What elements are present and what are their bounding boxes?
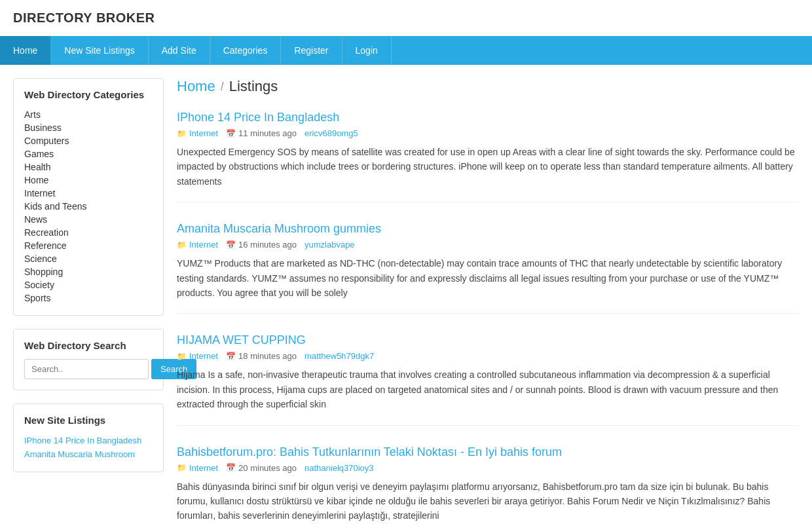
- category-sports[interactable]: Sports: [24, 291, 153, 305]
- page-heading: Home / Listings: [177, 78, 799, 95]
- listing-title-link[interactable]: Bahisbetforum.pro: Bahis Tutkunlarının T…: [177, 445, 562, 458]
- breadcrumb-home[interactable]: Home: [177, 78, 215, 95]
- listing-meta: 📁 Internet 📅 16 minutes ago yumzlabvape: [177, 240, 799, 250]
- calendar-icon: 📅: [226, 352, 236, 361]
- list-item: Computers: [24, 134, 153, 147]
- list-item: Business: [24, 121, 153, 134]
- calendar-icon: 📅: [226, 463, 236, 472]
- listing-author-link[interactable]: yumzlabvape: [304, 240, 355, 250]
- listing-time: 20 minutes ago: [238, 463, 297, 473]
- listing-author-link[interactable]: ericv689omg5: [304, 128, 358, 138]
- listing-category-link[interactable]: Internet: [189, 351, 218, 361]
- nav-categories[interactable]: Categories: [210, 36, 282, 65]
- listing-title: HIJAMA WET CUPPING: [177, 333, 799, 347]
- category-business[interactable]: Business: [24, 121, 153, 134]
- search-input[interactable]: [24, 359, 149, 379]
- listing-time: 11 minutes ago: [238, 128, 297, 138]
- list-item: IPhone 14 Price In Bangladesh: [24, 434, 153, 447]
- folder-icon: 📁: [177, 240, 187, 250]
- search-box: Web Directory Search Search: [13, 329, 164, 390]
- listing-author-item: ericv689omg5: [304, 128, 358, 138]
- category-science[interactable]: Science: [24, 252, 153, 265]
- list-item: Shopping: [24, 265, 153, 278]
- new-listing-0[interactable]: IPhone 14 Price In Bangladesh: [24, 434, 153, 447]
- nav-new-site-listings[interactable]: New Site Listings: [51, 36, 148, 65]
- main-nav: Home New Site Listings Add Site Categori…: [0, 36, 812, 65]
- listing-category-item: 📁 Internet: [177, 240, 218, 250]
- listing-title: Amanita Muscaria Mushroom gummies: [177, 222, 799, 236]
- page-wrapper: Web Directory Categories Arts Business C…: [0, 65, 812, 524]
- listing-author-item: nathanielq370ioy3: [304, 463, 374, 473]
- list-item: Health: [24, 160, 153, 174]
- list-item: Kids and Teens: [24, 200, 153, 213]
- category-news[interactable]: News: [24, 213, 153, 226]
- listing-category-link[interactable]: Internet: [189, 463, 218, 473]
- listing-card: IPhone 14 Price In Bangladesh 📁 Internet…: [177, 111, 799, 202]
- listing-category-item: 📁 Internet: [177, 128, 218, 138]
- search-form: Search: [24, 359, 153, 379]
- listing-title: IPhone 14 Price In Bangladesh: [177, 111, 799, 124]
- listing-card: HIJAMA WET CUPPING 📁 Internet 📅 18 minut…: [177, 333, 799, 425]
- category-recreation[interactable]: Recreation: [24, 226, 153, 239]
- new-listing-1[interactable]: Amanita Muscaria Mushroom: [24, 447, 153, 461]
- breadcrumb-current: Listings: [229, 78, 278, 95]
- listing-meta: 📁 Internet 📅 20 minutes ago nathanielq37…: [177, 463, 799, 473]
- folder-icon: 📁: [177, 129, 187, 138]
- category-shopping[interactable]: Shopping: [24, 265, 153, 278]
- nav-register[interactable]: Register: [281, 36, 342, 65]
- listing-time-item: 📅 16 minutes ago: [226, 240, 297, 250]
- listing-meta: 📁 Internet 📅 18 minutes ago matthew5h79d…: [177, 351, 799, 361]
- site-header: DIRECTORY BROKER: [0, 0, 812, 36]
- list-item: Reference: [24, 239, 153, 252]
- list-item: Recreation: [24, 226, 153, 239]
- listing-author-link[interactable]: nathanielq370ioy3: [304, 463, 374, 473]
- listing-category-link[interactable]: Internet: [189, 128, 218, 138]
- new-listings-title: New Site Listings: [24, 415, 153, 426]
- nav-home[interactable]: Home: [0, 36, 51, 65]
- listing-title: Bahisbetforum.pro: Bahis Tutkunlarının T…: [177, 445, 799, 459]
- listing-time: 16 minutes ago: [238, 240, 297, 250]
- list-item: News: [24, 213, 153, 226]
- listing-time: 18 minutes ago: [238, 351, 297, 361]
- main-content: Home / Listings IPhone 14 Price In Bangl…: [177, 78, 799, 524]
- category-computers[interactable]: Computers: [24, 134, 153, 147]
- listing-title-link[interactable]: IPhone 14 Price In Bangladesh: [177, 111, 339, 124]
- calendar-icon: 📅: [226, 129, 236, 138]
- new-listings-box: New Site Listings IPhone 14 Price In Ban…: [13, 403, 164, 472]
- listing-title-link[interactable]: HIJAMA WET CUPPING: [177, 333, 306, 346]
- listing-description: YUMZ™ Products that are marketed as ND-T…: [177, 256, 799, 300]
- new-listings-list: IPhone 14 Price In Bangladesh Amanita Mu…: [24, 434, 153, 461]
- sidebar: Web Directory Categories Arts Business C…: [13, 78, 164, 524]
- folder-icon: 📁: [177, 463, 187, 472]
- category-home[interactable]: Home: [24, 174, 153, 187]
- list-item: Science: [24, 252, 153, 265]
- list-item: Games: [24, 147, 153, 160]
- category-internet[interactable]: Internet: [24, 187, 153, 200]
- list-item: Society: [24, 278, 153, 291]
- list-item: Sports: [24, 291, 153, 305]
- listing-card: Amanita Muscaria Mushroom gummies 📁 Inte…: [177, 222, 799, 314]
- category-society[interactable]: Society: [24, 278, 153, 291]
- listing-card: Bahisbetforum.pro: Bahis Tutkunlarının T…: [177, 445, 799, 524]
- categories-box: Web Directory Categories Arts Business C…: [13, 78, 164, 316]
- nav-add-site[interactable]: Add Site: [149, 36, 210, 65]
- category-reference[interactable]: Reference: [24, 239, 153, 252]
- category-health[interactable]: Health: [24, 160, 153, 174]
- nav-login[interactable]: Login: [342, 36, 392, 65]
- listing-description: Bahis dünyasında birinci sınıf bir olgun…: [177, 479, 799, 523]
- listing-category-item: 📁 Internet: [177, 463, 218, 473]
- listing-title-link[interactable]: Amanita Muscaria Mushroom gummies: [177, 222, 381, 235]
- listing-category-link[interactable]: Internet: [189, 240, 218, 250]
- category-arts[interactable]: Arts: [24, 108, 153, 121]
- listing-description: Hijama Is a safe, non-invasive therapeut…: [177, 367, 799, 411]
- listing-meta: 📁 Internet 📅 11 minutes ago ericv689omg5: [177, 128, 799, 138]
- listing-category-item: 📁 Internet: [177, 351, 218, 361]
- listing-author-item: yumzlabvape: [304, 240, 355, 250]
- calendar-icon: 📅: [226, 240, 236, 250]
- listing-author-link[interactable]: matthew5h79dgk7: [304, 351, 374, 361]
- breadcrumb-separator: /: [221, 80, 224, 94]
- category-kids-and-teens[interactable]: Kids and Teens: [24, 200, 153, 213]
- listing-time-item: 📅 18 minutes ago: [226, 351, 297, 361]
- listing-time-item: 📅 20 minutes ago: [226, 463, 297, 473]
- category-games[interactable]: Games: [24, 147, 153, 160]
